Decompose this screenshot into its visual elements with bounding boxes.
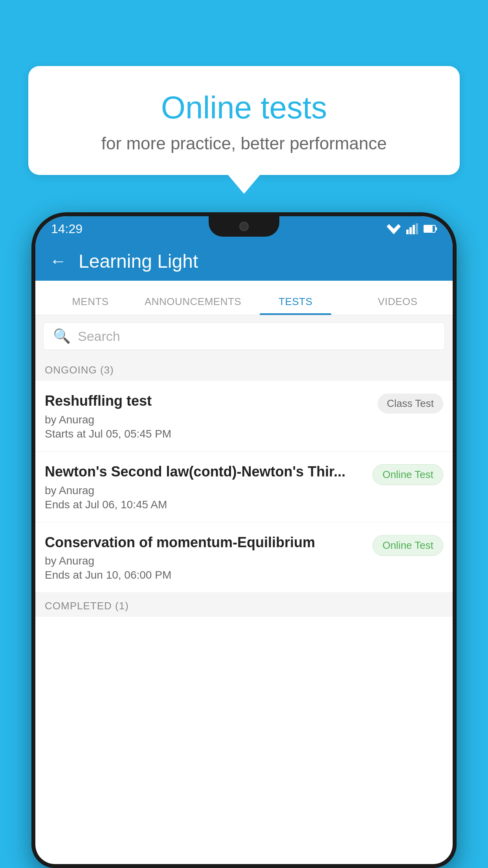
back-button[interactable]: ←	[50, 252, 67, 270]
app-bar: ← Learning Light	[35, 241, 453, 281]
test-name: Newton's Second law(contd)-Newton's Thir…	[45, 463, 366, 481]
bubble-subtitle: for more practice, better performance	[60, 134, 428, 153]
test-by: by Anurag	[45, 555, 366, 567]
test-time: Ends at Jun 10, 06:00 PM	[45, 569, 366, 581]
phone-screen: 14:29	[35, 216, 453, 864]
tab-tests[interactable]: TESTS	[244, 296, 347, 315]
svg-marker-0	[387, 224, 401, 234]
svg-rect-4	[416, 223, 418, 234]
svg-rect-1	[406, 230, 409, 234]
ongoing-section-header: ONGOING (3)	[35, 357, 453, 381]
test-by: by Anurag	[45, 484, 366, 497]
test-badge: Class Test	[378, 394, 443, 414]
bubble-title: Online tests	[60, 90, 428, 126]
svg-rect-6	[424, 226, 433, 232]
camera-icon	[239, 222, 249, 231]
phone-notch	[209, 216, 279, 237]
svg-rect-7	[436, 227, 437, 230]
tab-announcements[interactable]: ANNOUNCEMENTS	[141, 296, 244, 315]
tabs-bar: MENTS ANNOUNCEMENTS TESTS VIDEOS	[35, 281, 453, 315]
test-item[interactable]: Newton's Second law(contd)-Newton's Thir…	[35, 452, 453, 522]
wifi-icon	[387, 223, 401, 234]
search-icon: 🔍	[53, 328, 71, 344]
test-time: Ends at Jul 06, 10:45 AM	[45, 498, 366, 511]
tab-videos[interactable]: VIDEOS	[347, 296, 449, 315]
test-name: Reshuffling test	[45, 392, 371, 410]
test-badge: Online Test	[372, 535, 443, 556]
test-badge: Online Test	[372, 464, 443, 485]
battery-icon	[424, 224, 437, 233]
svg-rect-2	[409, 227, 412, 234]
search-container: 🔍 Search	[35, 315, 453, 357]
speech-bubble: Online tests for more practice, better p…	[28, 66, 460, 175]
test-item[interactable]: Reshuffling test by Anurag Starts at Jul…	[35, 381, 453, 452]
signal-icon	[406, 223, 418, 234]
test-time: Starts at Jul 05, 05:45 PM	[45, 428, 371, 440]
test-by: by Anurag	[45, 414, 371, 426]
completed-section-header: COMPLETED (1)	[35, 593, 453, 617]
status-time: 14:29	[51, 222, 83, 236]
search-placeholder: Search	[78, 329, 120, 344]
test-item[interactable]: Conservation of momentum-Equilibrium by …	[35, 522, 453, 593]
test-name: Conservation of momentum-Equilibrium	[45, 533, 366, 552]
status-icons	[387, 223, 437, 234]
test-info: Newton's Second law(contd)-Newton's Thir…	[45, 463, 366, 511]
tab-ments[interactable]: MENTS	[39, 296, 141, 315]
test-list: Reshuffling test by Anurag Starts at Jul…	[35, 381, 453, 593]
search-box[interactable]: 🔍 Search	[43, 322, 445, 350]
test-info: Reshuffling test by Anurag Starts at Jul…	[45, 392, 371, 440]
test-info: Conservation of momentum-Equilibrium by …	[45, 533, 366, 582]
phone-frame: 14:29	[31, 212, 457, 868]
app-title: Learning Light	[79, 250, 198, 272]
svg-rect-3	[413, 225, 415, 234]
